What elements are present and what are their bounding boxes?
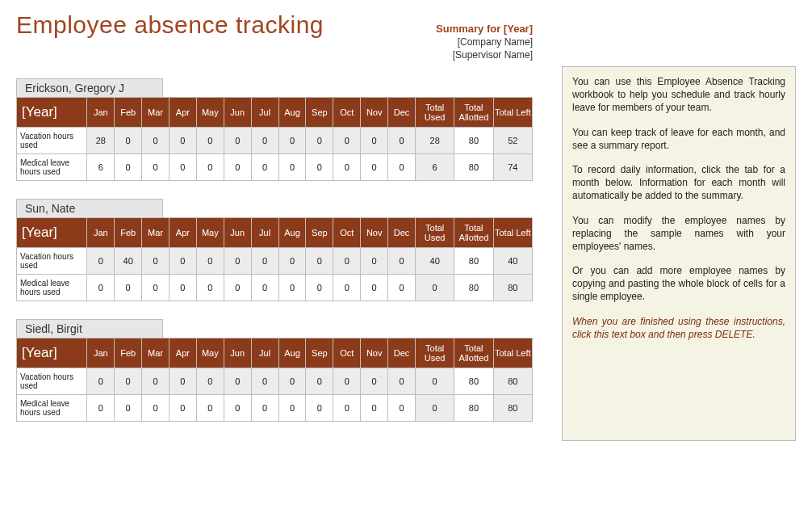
month-cell[interactable]: 0 <box>224 275 251 301</box>
month-cell[interactable]: 0 <box>196 368 224 395</box>
month-cell[interactable]: 0 <box>278 128 306 154</box>
month-cell[interactable]: 0 <box>388 395 416 422</box>
month-cell[interactable]: 0 <box>333 128 361 154</box>
total-allotted-cell[interactable]: 80 <box>454 275 493 301</box>
company-name: [Company Name] <box>396 36 533 48</box>
month-cell[interactable]: 0 <box>251 395 278 422</box>
month-cell[interactable]: 0 <box>87 395 115 422</box>
month-cell[interactable]: 0 <box>169 128 196 154</box>
total-used-cell: 0 <box>416 275 454 301</box>
month-cell[interactable]: 0 <box>196 154 224 181</box>
month-cell[interactable]: 0 <box>115 128 142 154</box>
month-cell[interactable]: 0 <box>251 248 278 275</box>
month-cell[interactable]: 0 <box>224 395 251 422</box>
month-cell[interactable]: 0 <box>306 128 333 154</box>
month-cell[interactable]: 0 <box>361 154 388 181</box>
month-cell[interactable]: 0 <box>306 395 333 422</box>
month-cell[interactable]: 0 <box>169 248 196 275</box>
month-cell[interactable]: 0 <box>169 275 196 301</box>
month-cell[interactable]: 0 <box>115 275 142 301</box>
month-cell[interactable]: 0 <box>278 395 306 422</box>
month-header: Mar <box>142 338 170 368</box>
month-header: May <box>196 98 224 128</box>
month-cell[interactable]: 0 <box>224 368 251 395</box>
month-cell[interactable]: 0 <box>251 154 278 181</box>
absence-table: [Year]JanFebMarAprMayJunJulAugSepOctNovD… <box>16 97 533 181</box>
employee-name: Erickson, Gregory J <box>16 78 163 97</box>
month-cell[interactable]: 0 <box>169 395 196 422</box>
month-cell[interactable]: 0 <box>306 368 333 395</box>
month-cell[interactable]: 0 <box>388 248 416 275</box>
month-cell[interactable]: 0 <box>142 248 170 275</box>
month-cell[interactable]: 0 <box>333 248 361 275</box>
month-cell[interactable]: 0 <box>278 368 306 395</box>
year-header: [Year] <box>17 98 87 128</box>
month-cell[interactable]: 0 <box>224 128 251 154</box>
month-cell[interactable]: 0 <box>87 368 115 395</box>
month-header: Nov <box>361 218 388 248</box>
table-row: Medical leave hours used0000000000000808… <box>17 275 533 301</box>
month-cell[interactable]: 0 <box>224 248 251 275</box>
month-cell[interactable]: 0 <box>115 154 142 181</box>
month-header: Nov <box>361 98 388 128</box>
month-cell[interactable]: 0 <box>388 275 416 301</box>
month-cell[interactable]: 0 <box>361 368 388 395</box>
month-cell[interactable]: 0 <box>306 154 333 181</box>
help-paragraph: Or you can add more employee names by co… <box>572 264 785 304</box>
help-textbox[interactable]: You can use this Employee Absence Tracki… <box>562 66 796 441</box>
month-cell[interactable]: 0 <box>361 395 388 422</box>
help-paragraph: To record daily information, click the t… <box>572 163 785 203</box>
month-cell[interactable]: 0 <box>306 275 333 301</box>
total-allotted-cell[interactable]: 80 <box>454 154 493 181</box>
month-cell[interactable]: 0 <box>224 154 251 181</box>
month-cell[interactable]: 40 <box>115 248 142 275</box>
month-cell[interactable]: 0 <box>142 368 170 395</box>
month-cell[interactable]: 0 <box>87 248 115 275</box>
month-cell[interactable]: 0 <box>278 154 306 181</box>
month-cell[interactable]: 0 <box>169 368 196 395</box>
month-cell[interactable]: 0 <box>115 395 142 422</box>
help-paragraph: You can modify the employee names by rep… <box>572 214 785 254</box>
month-cell[interactable]: 0 <box>251 128 278 154</box>
total-allotted-cell[interactable]: 80 <box>454 248 493 275</box>
row-label-medical: Medical leave hours used <box>17 395 87 422</box>
month-cell[interactable]: 0 <box>142 154 170 181</box>
total-allotted-cell[interactable]: 80 <box>454 128 493 154</box>
month-cell[interactable]: 0 <box>333 275 361 301</box>
total-left-cell: 80 <box>493 395 532 422</box>
month-cell[interactable]: 28 <box>87 128 115 154</box>
month-cell[interactable]: 0 <box>196 128 224 154</box>
month-cell[interactable]: 0 <box>251 368 278 395</box>
month-cell[interactable]: 0 <box>87 275 115 301</box>
month-cell[interactable]: 0 <box>115 368 142 395</box>
total-left-cell: 40 <box>493 248 532 275</box>
month-cell[interactable]: 0 <box>142 128 170 154</box>
month-cell[interactable]: 0 <box>169 154 196 181</box>
month-cell[interactable]: 0 <box>306 248 333 275</box>
month-cell[interactable]: 0 <box>333 395 361 422</box>
month-cell[interactable]: 0 <box>333 368 361 395</box>
month-cell[interactable]: 0 <box>251 275 278 301</box>
month-cell[interactable]: 0 <box>388 368 416 395</box>
row-label-medical: Medical leave hours used <box>17 154 87 181</box>
month-cell[interactable]: 0 <box>196 395 224 422</box>
month-cell[interactable]: 0 <box>142 275 170 301</box>
total-allotted-cell[interactable]: 80 <box>454 395 493 422</box>
month-cell[interactable]: 0 <box>142 395 170 422</box>
month-cell[interactable]: 6 <box>87 154 115 181</box>
month-cell[interactable]: 0 <box>196 248 224 275</box>
month-cell[interactable]: 0 <box>361 128 388 154</box>
month-cell[interactable]: 0 <box>388 128 416 154</box>
month-cell[interactable]: 0 <box>333 154 361 181</box>
month-cell[interactable]: 0 <box>388 154 416 181</box>
help-paragraph-final: When you are finished using these instru… <box>572 315 785 341</box>
total-left-cell: 52 <box>493 128 532 154</box>
total-allotted-cell[interactable]: 80 <box>454 368 493 395</box>
month-cell[interactable]: 0 <box>278 248 306 275</box>
month-cell[interactable]: 0 <box>361 275 388 301</box>
month-cell[interactable]: 0 <box>196 275 224 301</box>
month-header: Apr <box>169 98 196 128</box>
month-cell[interactable]: 0 <box>361 248 388 275</box>
month-header: Dec <box>388 218 416 248</box>
month-cell[interactable]: 0 <box>278 275 306 301</box>
